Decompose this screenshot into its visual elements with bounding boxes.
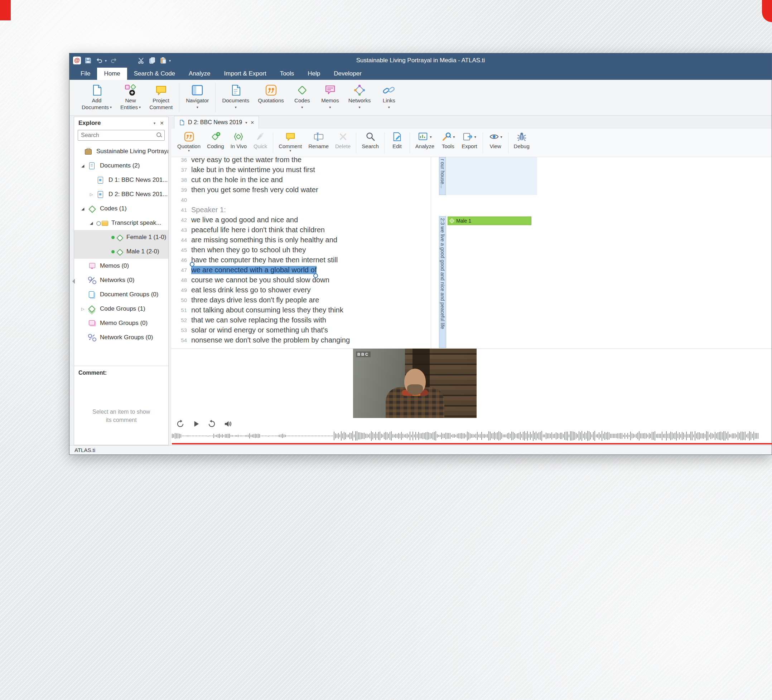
menu-tab[interactable]: Search & Code xyxy=(127,68,182,80)
loop-button[interactable] xyxy=(207,419,216,428)
tree-item[interactable]: Male 1 (2-0) xyxy=(74,245,168,259)
menu-tab[interactable]: File xyxy=(74,68,97,80)
tree-item[interactable]: Code Groups (1) xyxy=(74,302,168,316)
tab-close-icon[interactable]: ✕ xyxy=(250,120,254,125)
links-button[interactable]: Links ▾ xyxy=(375,82,403,112)
save-button[interactable] xyxy=(84,57,92,64)
dropdown-arrow: ▾ xyxy=(235,104,237,111)
tree-item-icon xyxy=(88,205,97,212)
memos-button[interactable]: Memos ▾ xyxy=(316,82,344,112)
quotation-bar[interactable]: 2:3 we live a good good and nice and pea… xyxy=(439,216,446,348)
audio-waveform[interactable] xyxy=(172,429,772,443)
paste-button[interactable] xyxy=(159,57,167,64)
project-comment-button[interactable]: Project Comment xyxy=(145,82,177,112)
tools-icon xyxy=(441,131,452,142)
networks-button[interactable]: Networks ▾ xyxy=(344,82,375,112)
explore-collapse-handle[interactable] xyxy=(70,279,75,284)
transcript-line-text[interactable]: that we can solve replacing the fossils … xyxy=(191,316,326,324)
transcript-line-text[interactable]: peaceful life here i don't think that ch… xyxy=(191,226,325,234)
tree-expander[interactable] xyxy=(81,207,88,211)
document-tab[interactable]: D 2: BBC News 2019 ▾ ✕ xyxy=(174,116,259,129)
codes-button[interactable]: Codes ▾ xyxy=(288,82,316,112)
quotation-button[interactable]: Quotation ▾ xyxy=(174,131,204,152)
video-person-beard xyxy=(407,384,423,395)
tree-expander[interactable] xyxy=(90,221,96,225)
tree-expander[interactable] xyxy=(81,307,88,312)
comment-button[interactable]: Comment ▾ xyxy=(275,131,305,152)
tree-item[interactable]: D 2: BBC News 201... xyxy=(74,187,168,201)
tree-item[interactable]: Transcript speak... xyxy=(74,216,168,230)
transcript-line-text[interactable]: eat less drink less go to shower every xyxy=(191,286,311,294)
transcript-line-text[interactable]: course we cannot be you should slow down xyxy=(191,276,329,284)
tree-item[interactable]: Female 1 (1-0) xyxy=(74,230,168,245)
quotation-bar[interactable]: r our house... xyxy=(439,157,446,195)
transcript-line-text[interactable]: then when they go to school uh they xyxy=(191,246,306,254)
tree-item[interactable]: Document Groups (0) xyxy=(74,287,168,302)
rename-button[interactable]: Rename xyxy=(305,131,332,149)
add-documents-button[interactable]: Add Documents▾ xyxy=(77,82,116,112)
explore-close-icon[interactable]: ✕ xyxy=(160,120,164,126)
transcript-line-text[interactable]: we live a good good and nice and xyxy=(191,216,298,224)
tree-expander[interactable] xyxy=(90,192,96,197)
copy-button[interactable] xyxy=(148,57,156,64)
paste-dropdown-arrow[interactable]: ▾ xyxy=(169,59,171,63)
tab-dropdown-arrow[interactable]: ▾ xyxy=(245,121,247,124)
tools-button[interactable]: ▾ Tools xyxy=(438,131,458,149)
transcript-line-text[interactable]: lake but in the wintertime you must firs… xyxy=(191,166,315,174)
debug-button[interactable]: Debug xyxy=(510,131,533,149)
tree-item[interactable]: D 1: BBC News 201... xyxy=(74,173,168,187)
new-entities-button[interactable]: New Entities▾ xyxy=(116,82,145,112)
transcript-line-text[interactable]: have the computer they have then interne… xyxy=(191,256,338,264)
transcript-line-text[interactable]: not talking about consuming less they th… xyxy=(191,306,343,314)
menu-tab[interactable]: Developer xyxy=(327,68,368,80)
view-button[interactable]: ▾ View xyxy=(485,131,506,149)
transcript-line-text[interactable]: Speaker 1: xyxy=(191,206,226,214)
transcript-line-text[interactable]: nonsense we don't solve the problem by c… xyxy=(191,336,350,344)
undo-button[interactable] xyxy=(95,57,103,64)
in-vivo-button[interactable]: In Vivo xyxy=(227,131,250,149)
menu-tab[interactable]: Home xyxy=(97,68,127,80)
menu-tab[interactable]: Analyze xyxy=(182,68,217,80)
export-button[interactable]: ▾ Export xyxy=(458,131,480,149)
transcript-line-text[interactable]: we are connected with a global world of xyxy=(191,266,317,274)
tree-item[interactable]: Network Groups (0) xyxy=(74,330,168,344)
volume-button[interactable] xyxy=(223,419,232,428)
delete-button[interactable]: Delete xyxy=(332,131,354,149)
documents-button[interactable]: Documents ▾ xyxy=(218,82,254,112)
tree-item[interactable]: Networks (0) xyxy=(74,273,168,287)
menu-tab[interactable]: Tools xyxy=(273,68,301,80)
transcript-line-text[interactable]: solar or wind energy or something uh tha… xyxy=(191,326,328,334)
quotations-button[interactable]: Quotations xyxy=(254,82,288,105)
transcript-line-text[interactable]: three days drive less don't fly people a… xyxy=(191,296,319,304)
code-label-male-1[interactable]: Male 1 xyxy=(448,217,532,225)
tree-item[interactable]: Memo Groups (0) xyxy=(74,316,168,330)
transcript-line-text[interactable]: then you get some fresh very cold water xyxy=(191,186,318,194)
cut-button[interactable] xyxy=(137,57,145,64)
analyze-button[interactable]: ▾ Analyze xyxy=(412,131,438,149)
quotation-highlight-panel[interactable] xyxy=(447,157,537,195)
tree-item[interactable]: Codes (1) xyxy=(74,201,168,216)
transcript-line-text[interactable]: cut on the hole in the ice and xyxy=(191,176,283,184)
title-bar: Sustainable Living Portrayal in Media - … xyxy=(69,53,772,68)
search-button[interactable]: Search xyxy=(358,131,382,149)
transcript-line-text[interactable]: are missing something this is only healt… xyxy=(191,236,337,244)
tree-item[interactable]: Documents (2) xyxy=(74,158,168,173)
menu-tab[interactable]: Help xyxy=(301,68,327,80)
tree-expander[interactable] xyxy=(81,163,88,168)
explore-menu-arrow[interactable]: ▾ xyxy=(154,121,156,126)
menu-tab[interactable]: Import & Export xyxy=(218,68,273,80)
search-input[interactable] xyxy=(78,130,165,140)
navigator-button[interactable]: Navigator ▾ xyxy=(182,82,213,112)
play-button[interactable] xyxy=(191,419,201,428)
edit-button[interactable]: Edit xyxy=(387,131,407,149)
playback-progress-bar[interactable] xyxy=(172,443,772,444)
quick-button[interactable]: Quick xyxy=(250,131,271,149)
tree-item[interactable]: Sustainable Living Portrayal in... xyxy=(74,144,168,158)
tree-item[interactable]: Memos (0) xyxy=(74,259,168,273)
redo-button[interactable] xyxy=(110,57,118,64)
transcript-line-text[interactable]: very easy to get the water from the xyxy=(191,157,301,164)
video-preview[interactable]: BBC xyxy=(353,349,477,418)
undo-dropdown-arrow[interactable]: ▾ xyxy=(105,59,107,63)
restart-button[interactable] xyxy=(175,419,185,428)
coding-button[interactable]: Coding xyxy=(204,131,227,149)
